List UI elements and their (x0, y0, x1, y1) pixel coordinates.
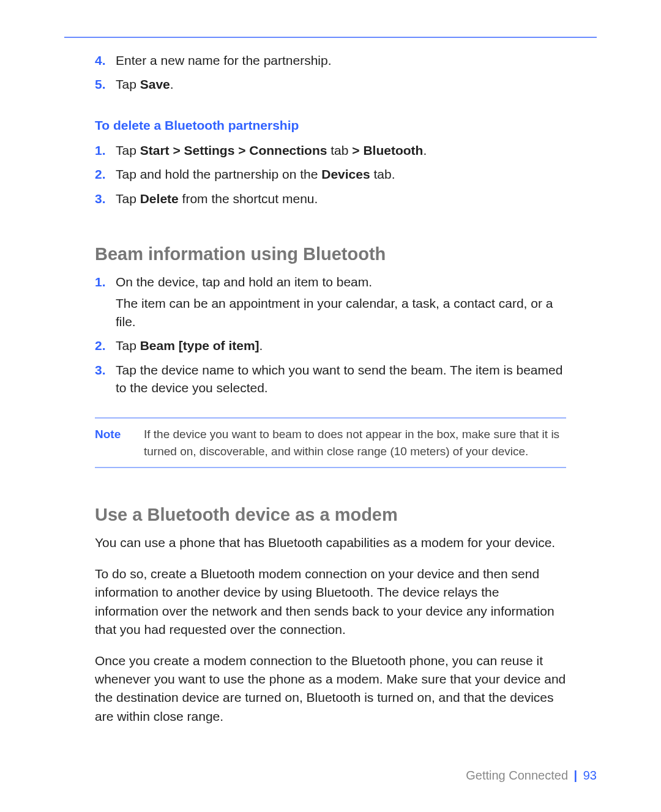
heading-modem: Use a Bluetooth device as a modem (95, 505, 566, 525)
heading-beam: Beam information using Bluetooth (95, 244, 566, 264)
list-item-number: 1. (95, 273, 116, 330)
footer-divider: | (574, 769, 578, 782)
list-item-text: On the device, tap and hold an item to b… (116, 273, 566, 330)
body-paragraph: Once you create a modem connection to th… (95, 652, 566, 726)
list-item-number: 4. (95, 51, 116, 69)
list-item-text: Tap Delete from the shortcut menu. (116, 190, 566, 207)
list-item-text: Enter a new name for the partnership. (116, 51, 566, 69)
page-number: 93 (583, 769, 597, 782)
list-item: 4.Enter a new name for the partnership. (95, 51, 566, 69)
beam-list: 1.On the device, tap and hold an item to… (95, 273, 566, 397)
list-item-number: 3. (95, 190, 116, 207)
page-footer: Getting Connected | 93 (466, 769, 597, 783)
list-item: 2.Tap and hold the partnership on the De… (95, 165, 566, 183)
list-item-text: Tap Start > Settings > Connections tab >… (116, 141, 566, 159)
list-item: 5.Tap Save. (95, 75, 566, 93)
top-divider (64, 37, 597, 38)
list-item-text: Tap Save. (116, 75, 566, 93)
list-item-number: 2. (95, 165, 116, 183)
list-item-number: 3. (95, 361, 116, 397)
list-item-number: 5. (95, 75, 116, 93)
document-page: 4.Enter a new name for the partnership.5… (0, 0, 661, 812)
prev-list: 4.Enter a new name for the partnership.5… (95, 51, 566, 94)
note-text: If the device you want to beam to does n… (144, 426, 566, 460)
chapter-name: Getting Connected (466, 769, 568, 782)
list-item: 2.Tap Beam [type of item]. (95, 337, 566, 354)
note-label: Note (95, 426, 144, 460)
list-item-text: Tap and hold the partnership on the Devi… (116, 165, 566, 183)
list-item-text: Tap Beam [type of item]. (116, 337, 566, 354)
note-box: Note If the device you want to beam to d… (95, 417, 566, 468)
list-item-number: 1. (95, 141, 116, 159)
list-item: 1.On the device, tap and hold an item to… (95, 273, 566, 330)
list-item: 3.Tap Delete from the shortcut menu. (95, 190, 566, 207)
delete-list: 1.Tap Start > Settings > Connections tab… (95, 141, 566, 207)
body-paragraph: To do so, create a Bluetooth modem conne… (95, 565, 566, 639)
list-item: 1.Tap Start > Settings > Connections tab… (95, 141, 566, 159)
subheading-delete: To delete a Bluetooth partnership (95, 118, 566, 133)
list-item: 3.Tap the device name to which you want … (95, 361, 566, 397)
body-paragraph: You can use a phone that has Bluetooth c… (95, 534, 566, 552)
modem-paragraphs: You can use a phone that has Bluetooth c… (95, 534, 566, 726)
page-content: 4.Enter a new name for the partnership.5… (64, 51, 597, 726)
list-item-number: 2. (95, 337, 116, 354)
list-item-text: Tap the device name to which you want to… (116, 361, 566, 397)
